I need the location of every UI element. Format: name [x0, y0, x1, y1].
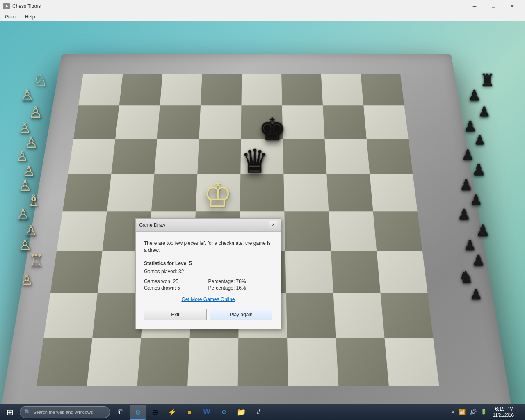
game-draw-dialog: Game Draw ✕ There are too few pieces lef… — [135, 218, 281, 329]
get-more-games-link[interactable]: Get More Games Online — [181, 297, 235, 302]
search-placeholder: Search the web and Windows — [33, 410, 93, 415]
dialog-title: Game Draw — [139, 222, 165, 228]
maximize-button[interactable]: □ — [484, 0, 503, 12]
minimize-button[interactable]: ─ — [465, 0, 484, 12]
taskbar-word[interactable]: W — [199, 405, 215, 420]
search-icon: 🔍 — [24, 409, 31, 415]
games-drawn-pct: Percentage: 16% — [208, 285, 273, 291]
play-again-button[interactable]: Play again — [210, 309, 273, 320]
start-button[interactable]: ⊞ — [2, 405, 18, 420]
taskbar-edge[interactable]: e — [130, 405, 146, 420]
taskbar: ⊞ 🔍 Search the web and Windows ⧉ e ⊕ ⚡ ■… — [0, 404, 525, 420]
taskbar-winamp[interactable]: ⚡ — [164, 405, 180, 420]
exit-button[interactable]: Exit — [144, 309, 207, 320]
window-title: Chess Titans — [12, 3, 465, 9]
taskbar-files[interactable]: 📁 — [233, 405, 249, 420]
app-icon: ♟ — [3, 3, 10, 9]
games-drawn-label: Games drawn: 5 — [144, 285, 208, 291]
windows-icon: ⊞ — [7, 407, 14, 417]
dialog-message: There are too few pieces left for a chec… — [144, 240, 272, 254]
dialog-buttons: Exit Play again — [144, 309, 272, 324]
tray-volume[interactable]: 🔊 — [468, 409, 478, 415]
tray-up-arrow[interactable]: ∧ — [450, 410, 456, 414]
taskbar-task-view[interactable]: ⧉ — [112, 405, 129, 420]
dialog-overlay: Game Draw ✕ There are too few pieces lef… — [0, 21, 525, 420]
tray-battery[interactable]: 🔋 — [479, 409, 488, 415]
menu-help[interactable]: Help — [22, 13, 39, 21]
title-bar: ♟ Chess Titans ─ □ ✕ — [0, 0, 525, 12]
taskbar-icons: ⧉ e ⊕ ⚡ ■ W e 📁 # — [112, 405, 450, 420]
dialog-link-area: Get More Games Online — [144, 297, 272, 302]
taskbar-calculator[interactable]: # — [250, 405, 267, 420]
dialog-games-played: Games played: 32 — [144, 269, 272, 274]
taskbar-chrome[interactable]: ⊕ — [147, 405, 163, 420]
search-bar[interactable]: 🔍 Search the web and Windows — [20, 406, 110, 418]
taskbar-box[interactable]: ■ — [181, 405, 198, 420]
close-button[interactable]: ✕ — [503, 0, 522, 12]
clock-date: 11/21/2016 — [493, 413, 514, 418]
clock-time: 6:19 PM — [493, 406, 514, 413]
menu-game[interactable]: Game — [2, 13, 22, 21]
games-won-label: Games won: 25 — [144, 278, 208, 284]
window-controls: ─ □ ✕ — [465, 0, 522, 12]
taskbar-ie[interactable]: e — [216, 405, 232, 420]
dialog-stats-grid: Games won: 25 Percentage: 78% Games draw… — [144, 278, 272, 291]
dialog-title-bar: Game Draw ✕ — [136, 219, 281, 232]
game-area: ♔ ♚ ♛ ♘ ♙ ♙ ♙ ♙ ♙ ♙ ♙ ♗ ♙ ♙ ♙ ♖ ♙ ♜ ♟ ♟ … — [0, 21, 525, 420]
system-clock[interactable]: 6:19 PM 11/21/2016 — [490, 406, 517, 418]
games-won-pct: Percentage: 78% — [208, 278, 273, 284]
dialog-body: There are too few pieces left for a chec… — [136, 232, 281, 329]
taskbar-tray: ∧ 📶 🔊 🔋 6:19 PM 11/21/2016 — [450, 406, 523, 418]
dialog-stats-header: Statistics for Level 5 — [144, 260, 272, 266]
tray-network[interactable]: 📶 — [457, 409, 467, 415]
dialog-close-button[interactable]: ✕ — [269, 221, 277, 229]
menu-bar: Game Help — [0, 12, 525, 21]
